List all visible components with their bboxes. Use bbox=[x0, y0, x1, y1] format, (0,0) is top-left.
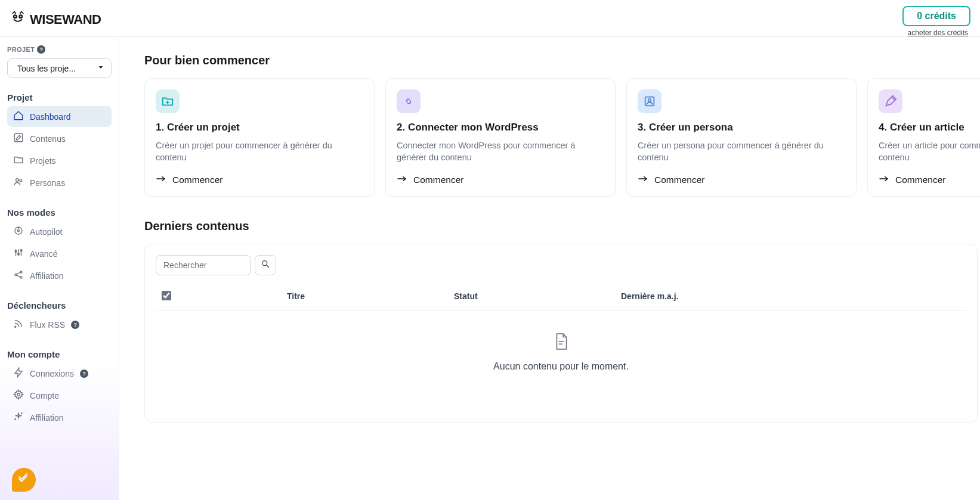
search-button[interactable] bbox=[255, 255, 276, 275]
onboard-card-desc: Créer un projet pour commencer à générer… bbox=[156, 139, 363, 164]
buy-credits-link[interactable]: acheter des crédits bbox=[908, 29, 968, 37]
sidebar-item-contenus[interactable]: Contenus bbox=[7, 128, 112, 149]
credits-button[interactable]: 0 crédits bbox=[902, 6, 970, 26]
search-input[interactable] bbox=[156, 255, 251, 275]
svg-point-33 bbox=[648, 99, 651, 102]
svg-line-21 bbox=[17, 272, 21, 274]
help-icon[interactable]: ? bbox=[80, 369, 88, 378]
empty-state: Aucun contenu pour le moment. bbox=[156, 311, 966, 393]
brand-logo[interactable]: WISEWAND bbox=[10, 6, 101, 30]
onboard-card-article[interactable]: 4. Créer un article Créer un article pou… bbox=[867, 78, 980, 197]
pen-icon bbox=[879, 89, 902, 113]
svg-point-25 bbox=[17, 393, 20, 396]
onboard-card-desc: Créer un article pour commencer à génére… bbox=[879, 139, 980, 164]
sidebar-item-label: Personas bbox=[30, 178, 65, 188]
sidebar-item-label: Affiliation bbox=[30, 271, 64, 281]
column-title: Titre bbox=[287, 291, 454, 301]
sidebar-item-affiliation[interactable]: Affiliation bbox=[7, 265, 112, 286]
onboard-card-cta[interactable]: Commencer bbox=[156, 175, 363, 185]
sidebar-item-projets[interactable]: Projets bbox=[7, 150, 112, 171]
section-account-title: Mon compte bbox=[7, 349, 112, 359]
project-selector[interactable]: Tous les proje... bbox=[7, 58, 112, 78]
svg-line-22 bbox=[17, 275, 21, 277]
svg-point-3 bbox=[20, 16, 21, 17]
help-icon[interactable]: ? bbox=[37, 45, 45, 54]
svg-point-2 bbox=[14, 16, 16, 17]
search-icon bbox=[261, 259, 270, 271]
sidebar-item-autopilot[interactable]: Autopilot bbox=[7, 221, 112, 242]
onboard-card-cta[interactable]: Commencer bbox=[879, 175, 980, 185]
link-icon bbox=[397, 89, 421, 113]
onboard-card-title: 4. Créer un article bbox=[879, 122, 980, 133]
svg-rect-6 bbox=[14, 133, 23, 142]
svg-marker-24 bbox=[15, 368, 22, 377]
share-icon bbox=[13, 269, 24, 282]
onboard-card-cta[interactable]: Commencer bbox=[638, 175, 845, 185]
users-icon bbox=[13, 176, 24, 189]
sliders-icon bbox=[13, 247, 24, 260]
svg-point-27 bbox=[15, 419, 16, 420]
help-icon[interactable]: ? bbox=[71, 321, 79, 329]
sidebar-item-avance[interactable]: Avancé bbox=[7, 243, 112, 264]
owl-icon bbox=[10, 10, 26, 30]
chevron-down-icon bbox=[97, 63, 105, 73]
onboard-card-wordpress[interactable]: 2. Connecter mon WordPress Connecter mon… bbox=[385, 78, 616, 197]
rss-icon bbox=[13, 318, 24, 331]
svg-point-10 bbox=[18, 230, 20, 232]
project-label: PROJET ? bbox=[7, 45, 112, 54]
contents-title: Derniers contenus bbox=[144, 219, 980, 233]
sidebar-item-connexions[interactable]: Connexions ? bbox=[7, 363, 112, 384]
svg-point-8 bbox=[20, 179, 22, 182]
folder-icon bbox=[13, 154, 24, 167]
svg-point-7 bbox=[16, 179, 19, 182]
onboarding-cards: 1. Créer un projet Créer un projet pour … bbox=[144, 78, 980, 197]
sidebar-item-label: Compte bbox=[30, 391, 59, 400]
onboarding-title: Pour bien commencer bbox=[144, 54, 980, 67]
gear-icon bbox=[13, 389, 24, 402]
table-header: Titre Statut Dernière m.a.j. bbox=[156, 286, 966, 311]
document-icon bbox=[554, 333, 569, 353]
main-content: Pour bien commencer 1. Créer un projet C… bbox=[119, 37, 980, 500]
sidebar-item-label: Avancé bbox=[30, 249, 57, 259]
sidebar-item-dashboard[interactable]: Dashboard bbox=[7, 106, 112, 127]
svg-point-26 bbox=[21, 413, 23, 414]
select-all-checkbox[interactable] bbox=[162, 291, 171, 300]
sidebar-item-personas[interactable]: Personas bbox=[7, 172, 112, 193]
onboard-card-cta[interactable]: Commencer bbox=[397, 175, 604, 185]
svg-point-23 bbox=[15, 326, 16, 327]
onboard-card-desc: Connecter mon WordPress pour commencer à… bbox=[397, 139, 604, 164]
sidebar-item-affiliation-account[interactable]: Affiliation bbox=[7, 407, 112, 428]
autopilot-icon bbox=[13, 225, 24, 238]
onboard-card-persona[interactable]: 3. Créer un persona Créer un persona pou… bbox=[626, 78, 857, 197]
arrow-right-icon bbox=[397, 175, 407, 185]
sidebar-item-compte[interactable]: Compte bbox=[7, 385, 112, 406]
sidebar-item-label: Affiliation bbox=[30, 413, 64, 423]
onboard-card-project[interactable]: 1. Créer un projet Créer un projet pour … bbox=[144, 78, 375, 197]
column-status: Statut bbox=[454, 291, 621, 301]
section-modes-title: Nos modes bbox=[7, 207, 112, 218]
folder-plus-icon bbox=[156, 89, 180, 113]
section-triggers-title: Déclencheurs bbox=[7, 300, 112, 310]
onboard-card-title: 3. Créer un persona bbox=[638, 122, 845, 133]
checkmarks-icon bbox=[17, 472, 30, 487]
sidebar-item-label: Contenus bbox=[30, 134, 66, 144]
sidebar-item-label: Flux RSS bbox=[30, 320, 65, 330]
brand-name: WISEWAND bbox=[30, 12, 101, 27]
sidebar-item-label: Projets bbox=[30, 156, 56, 166]
sidebar: PROJET ? Tous les proje... Projet Dashbo… bbox=[0, 37, 119, 500]
arrow-right-icon bbox=[156, 175, 166, 185]
sidebar-item-label: Connexions bbox=[30, 369, 74, 378]
support-button[interactable] bbox=[12, 468, 36, 492]
bolt-icon bbox=[13, 367, 24, 380]
sidebar-item-label: Dashboard bbox=[30, 112, 71, 122]
edit-icon bbox=[13, 132, 24, 145]
sidebar-item-rss[interactable]: Flux RSS ? bbox=[7, 314, 112, 335]
arrow-right-icon bbox=[638, 175, 648, 185]
onboard-card-title: 2. Connecter mon WordPress bbox=[397, 122, 604, 133]
section-projet-title: Projet bbox=[7, 92, 112, 103]
onboard-card-desc: Créer un persona pour commencer à génére… bbox=[638, 139, 845, 164]
svg-point-37 bbox=[262, 261, 267, 266]
sidebar-item-label: Autopilot bbox=[30, 227, 62, 237]
contents-panel: Titre Statut Dernière m.a.j. Aucun conte… bbox=[144, 244, 978, 423]
persona-icon bbox=[638, 89, 661, 113]
